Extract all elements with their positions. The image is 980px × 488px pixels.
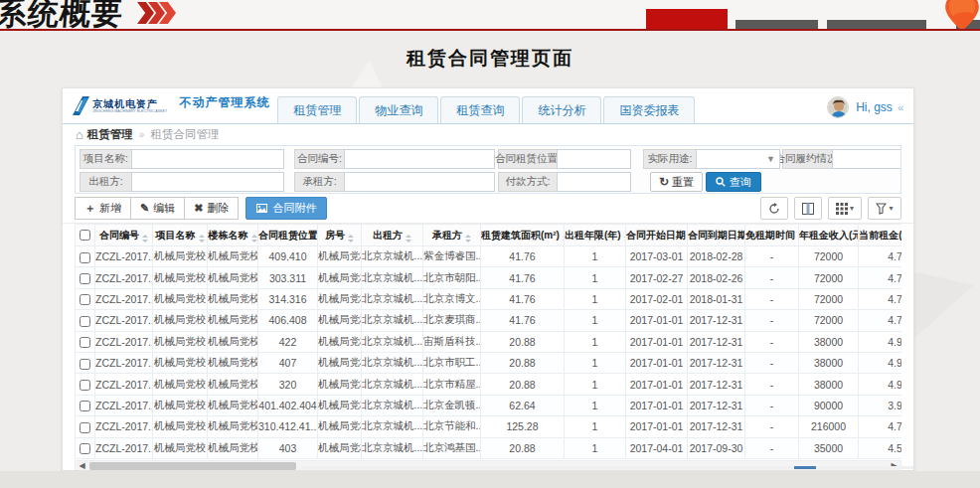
sort-icon[interactable] — [348, 235, 354, 243]
row-checkbox[interactable] — [80, 380, 90, 391]
row-checkbox[interactable] — [80, 401, 90, 411]
page-scrollbar-track — [301, 466, 913, 469]
table-cell: 机械局党校 — [208, 352, 258, 373]
grid-view-button[interactable]: ▾ — [828, 197, 862, 220]
row-checkbox[interactable] — [80, 316, 90, 327]
column-header[interactable]: 合同开始日期 — [626, 225, 688, 246]
table-row[interactable]: ZCZL-2017...机械局党校机械局党校422机械局党校北京京城机...宙斯… — [76, 331, 902, 352]
table-row[interactable]: ZCZL-2017...机械局党校机械局党校403机械局党校北京京城机...北京… — [76, 437, 902, 458]
sort-icon[interactable] — [199, 235, 205, 243]
red-bar-decoration — [646, 9, 728, 29]
contract-attachment-button[interactable]: 合同附件 — [245, 197, 327, 220]
table-cell: 4.99 — [859, 374, 902, 395]
project-name-input[interactable] — [131, 149, 284, 169]
column-header[interactable]: 楼栋名称 — [208, 225, 258, 246]
table-cell: 机械局党校 — [153, 395, 208, 415]
home-icon[interactable]: ⌂ — [76, 127, 83, 142]
scrollbar-thumb[interactable] — [89, 462, 296, 470]
table-cell: 2018-02-28 — [688, 246, 745, 267]
table-row[interactable]: ZCZL-2017...机械局党校机械局党校409.410机械局党校北京京城机.… — [76, 246, 902, 267]
table-row[interactable]: ZCZL-2017...机械局党校机械局党校314.316机械局党校北京京城机.… — [76, 288, 902, 309]
search-button[interactable]: 查询 — [706, 172, 761, 192]
table-cell: 机械局党校 — [318, 395, 362, 415]
location-pin-icon — [942, 0, 980, 31]
table-cell: 3.94 — [859, 395, 902, 415]
column-header[interactable]: 出租年限(年) — [565, 225, 626, 246]
reset-button[interactable]: ↻ 重置 — [650, 172, 703, 192]
row-checkbox[interactable] — [80, 443, 90, 454]
nav-tab-sasac-report[interactable]: 国资委报表 — [603, 96, 695, 123]
edit-button[interactable]: ✎编辑 — [130, 197, 185, 220]
row-checkbox[interactable] — [80, 273, 90, 284]
table-cell: 北京京城机... — [362, 310, 423, 331]
column-header[interactable]: 项目名称 — [153, 225, 208, 246]
column-header[interactable]: 房号 — [318, 225, 362, 246]
breadcrumb-root[interactable]: 租赁管理 — [87, 127, 133, 142]
rental-location-input[interactable] — [557, 149, 631, 169]
lessee-input[interactable] — [344, 172, 495, 192]
table-cell: 2017-03-01 — [626, 246, 688, 267]
table-cell: 20.88 — [481, 374, 565, 395]
row-checkbox[interactable] — [80, 252, 90, 263]
table-cell: 2017-12-31 — [688, 352, 745, 373]
row-checkbox[interactable] — [80, 422, 90, 433]
table-cell: - — [745, 246, 799, 267]
checkbox-cell — [76, 310, 95, 331]
row-checkbox[interactable] — [80, 359, 90, 370]
user-greeting[interactable]: Hi, gss — [856, 100, 893, 114]
column-header[interactable]: 合同编号 — [95, 225, 153, 246]
delete-button[interactable]: ✖删除 — [184, 197, 239, 220]
avatar[interactable] — [827, 96, 849, 118]
table-cell: - — [745, 288, 799, 309]
add-button[interactable]: ＋新增 — [75, 197, 131, 220]
delete-icon: ✖ — [194, 202, 203, 215]
contract-no-input[interactable] — [344, 149, 495, 169]
column-header[interactable]: 合同租赁位置 — [258, 225, 318, 246]
table-cell: 1 — [565, 374, 626, 395]
performance-status-input[interactable] — [832, 149, 901, 169]
columns-button[interactable] — [794, 197, 822, 220]
table-cell: - — [745, 416, 799, 437]
sort-icon[interactable] — [142, 235, 148, 243]
table-row[interactable]: ZCZL-2017...机械局党校机械局党校303.311机械局党校北京京城机.… — [76, 267, 902, 288]
refresh-button[interactable] — [760, 197, 788, 220]
table-row[interactable]: ZCZL-2017...机械局党校机械局党校406.408机械局党校北京京城机.… — [76, 310, 902, 331]
table-cell: 北京市朝阳... — [423, 267, 481, 288]
column-header[interactable]: 租赁建筑面积(m²) — [481, 225, 565, 246]
nav-tab-property-query[interactable]: 物业查询 — [359, 96, 438, 123]
nav-tab-rental-query[interactable]: 租赁查询 — [440, 96, 520, 123]
table-cell: 北京京城机... — [362, 246, 423, 267]
column-header[interactable]: 出租方 — [362, 225, 423, 246]
select-all-checkbox[interactable] — [80, 230, 90, 241]
scroll-left-arrow[interactable]: ◀ — [76, 461, 88, 471]
lessor-input[interactable] — [131, 172, 284, 192]
row-checkbox[interactable] — [80, 294, 90, 305]
table-row[interactable]: ZCZL-2017...机械局党校机械局党校407机械局党校北京京城机...北京… — [76, 352, 902, 373]
page-title: 租赁合同管理页面 — [0, 46, 980, 72]
column-header[interactable]: 免租期时间 — [745, 225, 799, 246]
breadcrumb: ⌂ 租赁管理 » 租赁合同管理 — [63, 124, 913, 145]
table-row[interactable]: ZCZL-2017...机械局党校机械局党校401.402.404机械局党校北京… — [76, 395, 902, 415]
export-button[interactable]: ▾ — [868, 197, 901, 220]
table-cell: 20.88 — [481, 437, 565, 458]
column-header[interactable]: 合同到期日期 — [688, 225, 745, 246]
page-scrollbar-thumb[interactable] — [794, 466, 816, 469]
user-menu-icon[interactable]: « — [898, 101, 903, 113]
nav-tab-statistics[interactable]: 统计分析 — [522, 96, 601, 123]
column-header[interactable]: 当前租金(元/天) — [859, 225, 902, 246]
sort-icon[interactable] — [406, 235, 411, 243]
table-cell: 4.72 — [859, 288, 902, 309]
payment-method-input[interactable] — [557, 172, 631, 192]
sort-icon[interactable] — [251, 235, 257, 243]
row-checkbox[interactable] — [80, 337, 90, 348]
table-row[interactable]: ZCZL-2017...机械局党校机械局党校320机械局党校北京京城机...北京… — [76, 374, 902, 395]
table-cell: 机械局党校 — [153, 267, 208, 288]
actual-use-select[interactable]: ▼ — [696, 149, 780, 169]
column-header[interactable]: 承租方 — [423, 225, 481, 246]
table-cell: 机械局党校 — [318, 288, 362, 309]
nav-tab-rental-management[interactable]: 租赁管理 — [277, 96, 357, 123]
filter-project-name: 项目名称: — [80, 149, 284, 169]
table-row[interactable]: ZCZL-2017...机械局党校机械局党校310.412.41...机械局党校… — [76, 416, 902, 437]
sort-icon[interactable] — [465, 235, 471, 243]
column-header[interactable]: 年租金收入(元) — [799, 225, 859, 246]
